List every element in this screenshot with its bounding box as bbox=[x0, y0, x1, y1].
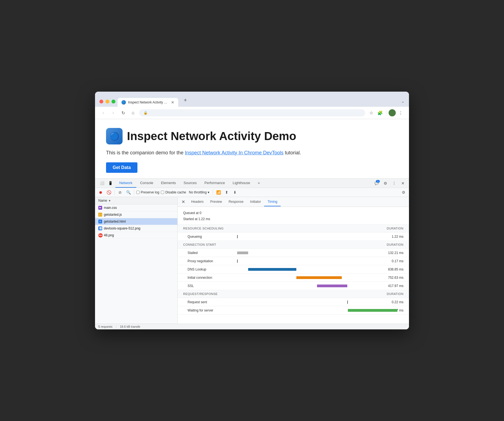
responsive-mode-icon[interactable]: 📱 bbox=[107, 179, 114, 187]
timing-tab-headers[interactable]: Headers bbox=[188, 198, 207, 206]
preserve-log-checkbox[interactable]: Preserve log bbox=[136, 190, 159, 194]
toolbar-separator-2 bbox=[134, 190, 134, 195]
element-picker-icon[interactable]: ⬜ bbox=[98, 179, 106, 187]
user-avatar[interactable] bbox=[389, 109, 396, 116]
throttle-arrow-icon: ▾ bbox=[208, 190, 209, 194]
clear-button[interactable]: 🚫 bbox=[105, 189, 112, 196]
extensions-button[interactable]: 🧩 bbox=[376, 109, 384, 117]
record-button[interactable]: ⏺ bbox=[97, 189, 104, 196]
request-response-label: Request/Response bbox=[183, 292, 218, 296]
file-item-48-png[interactable]: ⛔ 48.png bbox=[95, 232, 177, 239]
upload-icon[interactable]: ⬆ bbox=[223, 189, 230, 196]
error-file-icon: ⛔ bbox=[98, 233, 102, 237]
page-title: Inspect Network Activity Demo bbox=[127, 130, 296, 143]
timing-row-ssl: SSL 417.97 ms bbox=[178, 282, 409, 290]
home-button[interactable]: ⌂ bbox=[129, 109, 137, 117]
file-item-getstarted-html[interactable]: ≡ getstarted.html bbox=[95, 218, 177, 225]
page-content: 🔵 Inspect Network Activity Demo This is … bbox=[95, 119, 409, 178]
file-item-devtools-png[interactable]: 🖼 devtools-square-512.png bbox=[95, 225, 177, 232]
tab-console[interactable]: Console bbox=[136, 179, 157, 188]
minimize-button[interactable] bbox=[105, 100, 109, 103]
download-icon[interactable]: ⬇ bbox=[232, 189, 238, 196]
timing-section-header-request: Request/Response DURATION bbox=[178, 290, 409, 298]
menu-button[interactable]: ⋮ bbox=[397, 109, 405, 117]
page-header: 🔵 Inspect Network Activity Demo bbox=[106, 128, 398, 144]
address-bar[interactable]: 🔒 bbox=[139, 109, 365, 116]
file-item-main-css[interactable]: ✏ main.css bbox=[95, 204, 177, 211]
file-list-header: Name ▼ bbox=[95, 197, 177, 204]
file-item-getstarted-js[interactable]: { } getstarted.js bbox=[95, 211, 177, 218]
message-badge: 1 bbox=[376, 180, 380, 183]
browser-tab-active[interactable]: 🌐 Inspect Network Activity Dem ✕ bbox=[118, 98, 178, 107]
timing-info: Queued at 0 Started at 1.22 ms bbox=[178, 207, 409, 225]
timing-tab-timing[interactable]: Timing bbox=[264, 198, 281, 206]
tab-performance[interactable]: Performance bbox=[200, 179, 229, 188]
started-at-text: Started at 1.22 ms bbox=[183, 216, 403, 222]
devtools-right-controls: 💬 1 ⚙ ⋮ ✕ bbox=[373, 179, 407, 187]
file-name-getstarted-html: getstarted.html bbox=[104, 220, 126, 223]
close-devtools-button[interactable]: ✕ bbox=[399, 179, 407, 187]
queueing-tick bbox=[237, 235, 238, 238]
tab-close-button[interactable]: ✕ bbox=[171, 100, 174, 104]
sort-arrow-icon[interactable]: ▼ bbox=[108, 199, 111, 202]
timing-panel-close-button[interactable]: ✕ bbox=[180, 197, 187, 207]
connection-start-label: Connection Start bbox=[183, 243, 216, 246]
forward-button[interactable]: › bbox=[109, 109, 117, 117]
status-separator: | bbox=[116, 325, 116, 328]
maximize-button[interactable] bbox=[112, 100, 115, 103]
devtools-tabs: Network Console Elements Sources Perform… bbox=[115, 179, 373, 188]
timing-section-connection-start: Connection Start DURATION Stalled 132.21… bbox=[178, 241, 409, 290]
file-list-name-column: Name bbox=[98, 199, 107, 203]
tab-network[interactable]: Network bbox=[115, 179, 136, 188]
more-options-icon[interactable]: ⋮ bbox=[390, 179, 398, 187]
tab-lighthouse[interactable]: Lighthouse bbox=[229, 179, 254, 188]
ssl-label: SSL bbox=[188, 284, 232, 288]
file-name-main-css: main.css bbox=[104, 206, 117, 210]
timing-tab-preview[interactable]: Preview bbox=[207, 198, 225, 206]
reload-button[interactable]: ↻ bbox=[119, 109, 127, 117]
resource-scheduling-label: Resource Scheduling bbox=[183, 227, 224, 230]
disable-cache-input[interactable] bbox=[161, 191, 164, 194]
nav-divider bbox=[386, 110, 386, 116]
request-sent-duration: 0.22 ms bbox=[379, 300, 403, 304]
back-button[interactable]: ‹ bbox=[99, 109, 107, 117]
subtitle-link[interactable]: Inspect Network Activity In Chrome DevTo… bbox=[185, 150, 283, 155]
tab-elements[interactable]: Elements bbox=[157, 179, 180, 188]
stalled-bar bbox=[237, 251, 248, 254]
preserve-log-input[interactable] bbox=[136, 191, 140, 194]
tab-more[interactable]: » bbox=[254, 179, 264, 188]
filter-icon[interactable]: ⊘ bbox=[117, 189, 123, 196]
dns-duration: 838.85 ms bbox=[379, 267, 403, 271]
traffic-lights bbox=[99, 100, 115, 107]
css-file-icon: ✏ bbox=[98, 206, 102, 210]
preserve-log-label: Preserve log bbox=[141, 190, 159, 194]
tab-sources[interactable]: Sources bbox=[180, 179, 201, 188]
transfer-size: 18.6 kB transfe bbox=[120, 325, 140, 328]
queueing-duration: 1.22 ms bbox=[379, 235, 403, 239]
stalled-bar-area bbox=[232, 251, 379, 255]
queued-at-text: Queued at 0 bbox=[183, 210, 403, 216]
network-body: Name ▼ ✏ main.css { } getstarted.js ≡ ge… bbox=[95, 197, 409, 324]
connection-duration-label: DURATION bbox=[387, 243, 403, 246]
initial-connection-bar bbox=[296, 276, 342, 279]
devtools-tabs-bar: ⬜ 📱 Network Console Elements Sources Per… bbox=[95, 179, 409, 188]
close-button[interactable] bbox=[99, 100, 103, 103]
bookmark-button[interactable]: ☆ bbox=[367, 109, 375, 117]
timing-row-waiting: Waiting for server 912.77 ms bbox=[178, 306, 409, 315]
network-settings-icon[interactable]: ⚙ bbox=[400, 189, 407, 196]
new-tab-button[interactable]: + bbox=[180, 95, 190, 107]
tab-overflow-button[interactable]: ⌄ bbox=[401, 99, 405, 107]
timing-tab-response[interactable]: Response bbox=[225, 198, 247, 206]
timing-section-request-response: Request/Response DURATION Request sent 0… bbox=[178, 290, 409, 315]
timing-row-dns: DNS Lookup 838.85 ms bbox=[178, 265, 409, 274]
throttle-select[interactable]: No throttling ▾ bbox=[188, 190, 211, 195]
messages-button[interactable]: 💬 1 bbox=[373, 179, 380, 187]
wifi-icon[interactable]: 📶 bbox=[215, 189, 222, 196]
settings-icon[interactable]: ⚙ bbox=[381, 179, 389, 187]
get-data-button[interactable]: Get Data bbox=[106, 162, 137, 173]
stalled-label: Stalled bbox=[188, 251, 232, 255]
disable-cache-checkbox[interactable]: Disable cache bbox=[161, 190, 186, 194]
request-duration-label: DURATION bbox=[387, 292, 403, 296]
timing-tab-initiator[interactable]: Initiator bbox=[247, 198, 264, 206]
search-icon[interactable]: 🔍 bbox=[125, 189, 132, 196]
